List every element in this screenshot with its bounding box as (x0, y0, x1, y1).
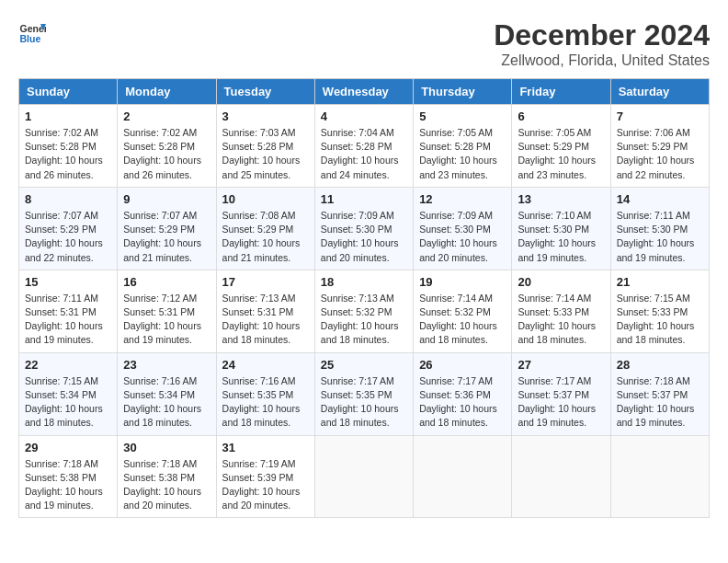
logo-icon: General Blue (18, 18, 46, 46)
calendar-cell: 5Sunrise: 7:05 AMSunset: 5:28 PMDaylight… (414, 105, 512, 188)
calendar-cell: 11Sunrise: 7:09 AMSunset: 5:30 PMDayligh… (314, 187, 413, 270)
day-number: 27 (518, 358, 604, 372)
calendar-cell: 30Sunrise: 7:18 AMSunset: 5:38 PMDayligh… (118, 435, 216, 518)
calendar-week-row: 1Sunrise: 7:02 AMSunset: 5:28 PMDaylight… (19, 105, 710, 188)
day-info: Sunrise: 7:08 AMSunset: 5:29 PMDaylight:… (222, 209, 309, 265)
calendar-cell: 13Sunrise: 7:10 AMSunset: 5:30 PMDayligh… (512, 187, 610, 270)
calendar-table: SundayMondayTuesdayWednesdayThursdayFrid… (18, 78, 710, 518)
calendar-cell: 20Sunrise: 7:14 AMSunset: 5:33 PMDayligh… (512, 270, 610, 352)
day-number: 7 (617, 109, 703, 123)
calendar-cell: 9Sunrise: 7:07 AMSunset: 5:29 PMDaylight… (118, 187, 216, 270)
day-number: 11 (321, 192, 407, 206)
calendar-header-wednesday: Wednesday (314, 79, 413, 105)
day-number: 4 (321, 109, 407, 123)
calendar-cell: 14Sunrise: 7:11 AMSunset: 5:30 PMDayligh… (610, 187, 709, 270)
calendar-header-saturday: Saturday (610, 79, 709, 105)
day-number: 23 (123, 358, 210, 372)
day-number: 10 (222, 192, 309, 206)
calendar-header-sunday: Sunday (19, 79, 118, 105)
day-info: Sunrise: 7:18 AMSunset: 5:38 PMDaylight:… (123, 457, 210, 513)
day-number: 31 (222, 441, 309, 454)
day-info: Sunrise: 7:17 AMSunset: 5:37 PMDaylight:… (518, 374, 604, 431)
day-info: Sunrise: 7:13 AMSunset: 5:32 PMDaylight:… (321, 292, 407, 348)
calendar-cell: 16Sunrise: 7:12 AMSunset: 5:31 PMDayligh… (118, 270, 216, 352)
day-info: Sunrise: 7:14 AMSunset: 5:33 PMDaylight:… (518, 292, 604, 348)
page-subtitle: Zellwood, Florida, United States (494, 52, 710, 69)
day-number: 21 (617, 275, 703, 289)
calendar-cell: 21Sunrise: 7:15 AMSunset: 5:33 PMDayligh… (610, 270, 709, 352)
calendar-cell: 29Sunrise: 7:18 AMSunset: 5:38 PMDayligh… (19, 435, 118, 518)
calendar-header-friday: Friday (512, 79, 610, 105)
day-number: 26 (419, 358, 506, 372)
day-number: 15 (25, 275, 111, 289)
day-info: Sunrise: 7:07 AMSunset: 5:29 PMDaylight:… (123, 209, 210, 265)
calendar-cell: 19Sunrise: 7:14 AMSunset: 5:32 PMDayligh… (414, 270, 512, 352)
day-number: 18 (321, 275, 407, 289)
day-number: 19 (419, 275, 506, 289)
day-info: Sunrise: 7:18 AMSunset: 5:37 PMDaylight:… (617, 374, 703, 431)
page-title: December 2024 (494, 18, 710, 52)
calendar-week-row: 29Sunrise: 7:18 AMSunset: 5:38 PMDayligh… (19, 435, 710, 518)
day-number: 16 (123, 275, 210, 289)
day-number: 17 (222, 275, 309, 289)
calendar-cell: 1Sunrise: 7:02 AMSunset: 5:28 PMDaylight… (19, 105, 118, 188)
day-info: Sunrise: 7:17 AMSunset: 5:35 PMDaylight:… (321, 374, 407, 431)
day-info: Sunrise: 7:02 AMSunset: 5:28 PMDaylight:… (25, 126, 111, 182)
day-number: 29 (25, 441, 111, 454)
day-info: Sunrise: 7:03 AMSunset: 5:28 PMDaylight:… (222, 126, 309, 182)
day-info: Sunrise: 7:15 AMSunset: 5:33 PMDaylight:… (617, 292, 703, 348)
day-number: 28 (617, 358, 703, 372)
day-number: 20 (518, 275, 604, 289)
calendar-cell: 26Sunrise: 7:17 AMSunset: 5:36 PMDayligh… (414, 352, 512, 435)
calendar-header-row: SundayMondayTuesdayWednesdayThursdayFrid… (19, 79, 710, 105)
title-block: December 2024 Zellwood, Florida, United … (494, 18, 710, 69)
calendar-cell: 8Sunrise: 7:07 AMSunset: 5:29 PMDaylight… (19, 187, 118, 270)
day-info: Sunrise: 7:09 AMSunset: 5:30 PMDaylight:… (321, 209, 407, 265)
day-number: 22 (25, 358, 111, 372)
calendar-week-row: 8Sunrise: 7:07 AMSunset: 5:29 PMDaylight… (19, 187, 710, 270)
day-number: 30 (123, 441, 210, 454)
calendar-cell: 27Sunrise: 7:17 AMSunset: 5:37 PMDayligh… (512, 352, 610, 435)
day-info: Sunrise: 7:16 AMSunset: 5:35 PMDaylight:… (222, 374, 309, 431)
calendar-cell: 2Sunrise: 7:02 AMSunset: 5:28 PMDaylight… (118, 105, 216, 188)
day-number: 13 (518, 192, 604, 206)
calendar-cell: 24Sunrise: 7:16 AMSunset: 5:35 PMDayligh… (216, 352, 314, 435)
calendar-cell (610, 435, 709, 518)
day-info: Sunrise: 7:10 AMSunset: 5:30 PMDaylight:… (518, 209, 604, 265)
calendar-cell: 23Sunrise: 7:16 AMSunset: 5:34 PMDayligh… (118, 352, 216, 435)
calendar-cell: 15Sunrise: 7:11 AMSunset: 5:31 PMDayligh… (19, 270, 118, 352)
day-number: 5 (419, 109, 506, 123)
calendar-cell: 6Sunrise: 7:05 AMSunset: 5:29 PMDaylight… (512, 105, 610, 188)
day-info: Sunrise: 7:17 AMSunset: 5:36 PMDaylight:… (419, 374, 506, 431)
day-number: 1 (25, 109, 111, 123)
day-number: 8 (25, 192, 111, 206)
day-info: Sunrise: 7:02 AMSunset: 5:28 PMDaylight:… (123, 126, 210, 182)
calendar-cell: 25Sunrise: 7:17 AMSunset: 5:35 PMDayligh… (314, 352, 413, 435)
calendar-cell: 31Sunrise: 7:19 AMSunset: 5:39 PMDayligh… (216, 435, 314, 518)
calendar-cell: 12Sunrise: 7:09 AMSunset: 5:30 PMDayligh… (414, 187, 512, 270)
day-number: 3 (222, 109, 309, 123)
day-info: Sunrise: 7:05 AMSunset: 5:28 PMDaylight:… (419, 126, 506, 182)
day-info: Sunrise: 7:13 AMSunset: 5:31 PMDaylight:… (222, 292, 309, 348)
calendar-cell: 22Sunrise: 7:15 AMSunset: 5:34 PMDayligh… (19, 352, 118, 435)
calendar-header-monday: Monday (118, 79, 216, 105)
day-number: 9 (123, 192, 210, 206)
day-info: Sunrise: 7:14 AMSunset: 5:32 PMDaylight:… (419, 292, 506, 348)
day-info: Sunrise: 7:11 AMSunset: 5:31 PMDaylight:… (25, 292, 111, 348)
svg-text:Blue: Blue (20, 33, 41, 44)
calendar-cell: 18Sunrise: 7:13 AMSunset: 5:32 PMDayligh… (314, 270, 413, 352)
day-info: Sunrise: 7:06 AMSunset: 5:29 PMDaylight:… (617, 126, 703, 182)
calendar-cell (512, 435, 610, 518)
calendar-week-row: 15Sunrise: 7:11 AMSunset: 5:31 PMDayligh… (19, 270, 710, 352)
day-info: Sunrise: 7:05 AMSunset: 5:29 PMDaylight:… (518, 126, 604, 182)
page-header: General Blue December 2024 Zellwood, Flo… (18, 18, 710, 69)
calendar-cell (314, 435, 413, 518)
calendar-cell: 4Sunrise: 7:04 AMSunset: 5:28 PMDaylight… (314, 105, 413, 188)
calendar-cell: 28Sunrise: 7:18 AMSunset: 5:37 PMDayligh… (610, 352, 709, 435)
day-number: 6 (518, 109, 604, 123)
day-info: Sunrise: 7:15 AMSunset: 5:34 PMDaylight:… (25, 374, 111, 431)
day-info: Sunrise: 7:07 AMSunset: 5:29 PMDaylight:… (25, 209, 111, 265)
day-info: Sunrise: 7:04 AMSunset: 5:28 PMDaylight:… (321, 126, 407, 182)
calendar-cell: 17Sunrise: 7:13 AMSunset: 5:31 PMDayligh… (216, 270, 314, 352)
logo: General Blue (18, 18, 46, 46)
